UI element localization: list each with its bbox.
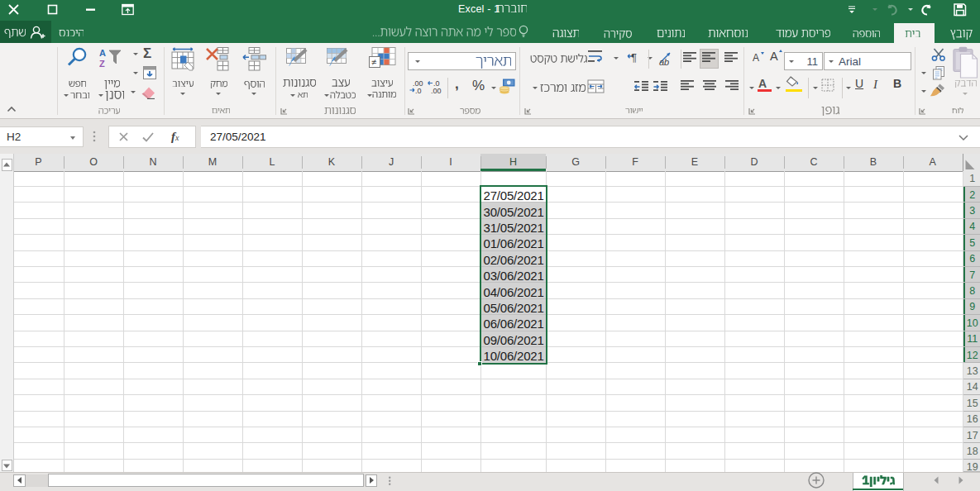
svg-text:¶: ¶ — [631, 51, 637, 64]
svg-text:.0: .0 — [415, 87, 422, 95]
svg-text:A: A — [99, 48, 106, 58]
svg-text:ab: ab — [659, 57, 669, 66]
svg-text:≠: ≠ — [371, 57, 376, 67]
svg-text:.00: .00 — [431, 87, 442, 95]
svg-text:Z: Z — [99, 59, 105, 69]
